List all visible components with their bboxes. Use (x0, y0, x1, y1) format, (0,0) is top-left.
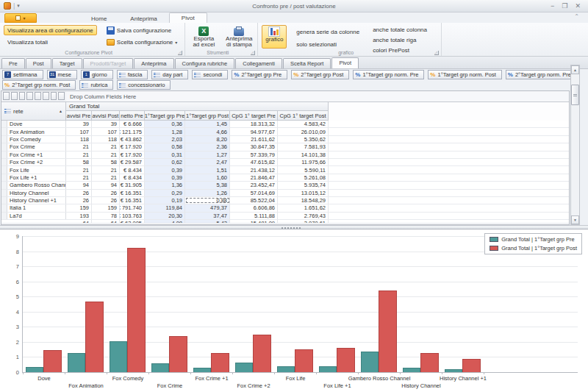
table-cell[interactable]: 119,84 (145, 204, 185, 211)
table-cell[interactable]: 26 (66, 190, 92, 196)
table-cell[interactable]: € 16.351 (120, 190, 145, 196)
table-cell[interactable]: 94.977,67 (230, 128, 278, 135)
table-cell[interactable]: € 6.666 (120, 121, 145, 127)
close-button[interactable]: ✕ (575, 2, 581, 10)
table-cell[interactable]: 21 (92, 166, 120, 173)
column-header-avvisi-post[interactable]: avvisi Post (92, 111, 120, 121)
ribbon-tab-anteprima[interactable]: Anteprima (118, 14, 168, 23)
grand-total-header[interactable]: Grand Total (66, 102, 329, 111)
filter-box[interactable] (11, 92, 18, 100)
salva-configurazione-button[interactable]: Salva configurazione (103, 25, 182, 35)
table-cell[interactable]: 18.313,32 (230, 121, 278, 127)
column-header-1-target-grp-pre[interactable]: 1°Target grp Pre (145, 111, 185, 121)
table-cell[interactable]: 15.481,09 (230, 220, 278, 224)
table-cell[interactable]: 21.438,12 (230, 166, 278, 173)
filter-box[interactable] (35, 92, 41, 100)
drop-column-fields-area[interactable]: Drop Column Fields Here (66, 91, 569, 101)
field-button-settimana[interactable]: 7settimana (2, 70, 43, 79)
table-cell[interactable]: € 43.862 (120, 136, 145, 143)
field-button-2-target-grp-post[interactable]: %2°Target grp Post (291, 70, 349, 79)
table-cell[interactable]: 159 (66, 204, 92, 211)
table-cell[interactable]: € 103.763 (120, 213, 145, 219)
table-cell[interactable]: 94 (92, 182, 120, 188)
row-name-cell[interactable]: Fox Crime (7, 143, 66, 150)
table-cell[interactable]: 64 (92, 220, 120, 224)
field-button-secondi[interactable]: secondi (192, 70, 228, 79)
doc-tab-scelta-report[interactable]: Scelta Report (283, 58, 331, 68)
doc-tab-pre[interactable]: Pre (1, 58, 25, 68)
table-cell[interactable]: 4,08 (145, 220, 185, 224)
application-menu-button[interactable]: ▾ (4, 13, 37, 23)
doc-tab-prodotti-target[interactable]: Prodotti/Target (83, 58, 134, 68)
row-name-cell[interactable]: Gambero Rosso Channel (7, 182, 66, 188)
field-button-1-target-grp-norm-post[interactable]: %1°Target grp norm. Post (428, 70, 501, 79)
field-button-2-target-grp-pre[interactable]: %2°Target grp Pre (232, 70, 287, 79)
table-cell[interactable]: 2.070,61 (278, 220, 329, 224)
visualizza-totali-button[interactable]: Visualizza totali (4, 37, 97, 47)
column-header-netto-pre[interactable]: netto Pre (120, 111, 145, 121)
qat-dropdown-icon[interactable]: ▾ (17, 3, 20, 9)
table-cell[interactable]: 37,47 (185, 213, 230, 219)
table-cell[interactable]: 21 (66, 152, 92, 158)
table-cell[interactable]: 5,43 (185, 220, 230, 224)
table-cell[interactable]: 78 (92, 213, 120, 219)
visualizza-area-configurazione-button[interactable]: Visualizza area di configurazione (4, 25, 97, 35)
table-cell[interactable]: € 791.740 (120, 204, 145, 211)
table-cell[interactable]: € 8.434 (120, 166, 145, 173)
table-cell[interactable]: € 16.351 (120, 197, 145, 204)
table-cell[interactable]: 0,58 (145, 143, 185, 150)
table-cell[interactable]: 2,03 (145, 136, 185, 143)
field-button-concessionario[interactable]: concessionario (117, 80, 171, 90)
ribbon-collapse-icon[interactable]: ⌃ (574, 13, 579, 20)
table-cell[interactable]: 26 (92, 190, 120, 196)
table-cell[interactable]: 0,29 (145, 190, 185, 196)
table-cell[interactable]: 85.522,04 (230, 197, 278, 204)
dialog-launcher-icon[interactable]: ◿ (434, 51, 439, 55)
doc-tab-anteprima[interactable]: Anteprima (134, 58, 173, 68)
table-cell[interactable]: 118 (92, 136, 120, 143)
table-cell[interactable]: 23.452,47 (230, 182, 278, 188)
row-name-cell[interactable]: Fox Life (7, 166, 66, 173)
table-cell[interactable]: 8,20 (185, 136, 230, 143)
table-cell[interactable]: € 31.905 (120, 182, 145, 188)
table-cell[interactable]: 21 (66, 174, 92, 181)
anteprima-stampa-button[interactable]: Anteprima di stampa (224, 25, 254, 49)
table-cell[interactable]: 0,39 (145, 174, 185, 181)
vertical-scrollbar[interactable]: ▲ ▼ (570, 65, 580, 225)
table-cell[interactable]: 5,38 (185, 182, 230, 188)
table-cell[interactable]: 13.015,12 (278, 190, 329, 196)
row-name-cell[interactable]: History Channel +1 (7, 197, 66, 204)
table-cell[interactable]: 479,37 (185, 204, 230, 211)
table-cell[interactable]: 1,45 (185, 121, 230, 127)
table-cell[interactable]: 4.583,42 (278, 121, 329, 127)
table-cell[interactable]: 26 (66, 197, 92, 204)
field-button-fascia[interactable]: fascia (117, 70, 148, 79)
table-cell[interactable]: 2.769,43 (278, 213, 329, 219)
row-name-cell[interactable]: Fox Life +1 (7, 174, 66, 181)
restore-button[interactable]: ❐ (562, 2, 567, 10)
table-cell[interactable]: 21 (92, 174, 120, 181)
table-cell[interactable]: 58 (92, 159, 120, 165)
row-field-rete-button[interactable]: rete ▲ (1, 102, 66, 121)
field-button-2-target-grp-norm-pre[interactable]: %2°Target grp norm. Pre (506, 70, 577, 79)
filter-box[interactable] (51, 92, 57, 100)
table-cell[interactable]: 1,60 (185, 174, 230, 181)
table-cell[interactable]: € 8.434 (120, 174, 145, 181)
row-name-cell[interactable]: History Channel (7, 190, 66, 196)
doc-tab-configura-rubriche[interactable]: Configura rubriche (175, 58, 235, 68)
table-cell[interactable]: 0,88 (185, 197, 230, 204)
table-cell[interactable]: 2,36 (185, 143, 230, 150)
scelta-configurazione-button[interactable]: Scelta configurazione ▾ (103, 37, 182, 47)
table-cell[interactable]: 5.935,74 (278, 182, 329, 188)
table-cell[interactable]: 7.581,93 (278, 143, 329, 150)
field-button-1-target-grp-norm-pre[interactable]: %1°Target grp norm. Pre (353, 70, 424, 79)
ribbon-tab-pivot[interactable]: Pivot (169, 13, 207, 23)
dialog-launcher-icon[interactable]: ◿ (251, 51, 255, 55)
table-cell[interactable]: € 17.920 (120, 143, 145, 150)
filter-box[interactable] (3, 92, 10, 100)
table-cell[interactable]: 1,27 (185, 152, 230, 158)
table-cell[interactable]: 1,28 (145, 128, 185, 135)
column-header-cpg-1-target-post[interactable]: CpG 1° target Post (278, 111, 329, 121)
solo-selezionati-button[interactable]: solo selezionati (293, 40, 363, 49)
table-cell[interactable]: 0,31 (145, 152, 185, 158)
